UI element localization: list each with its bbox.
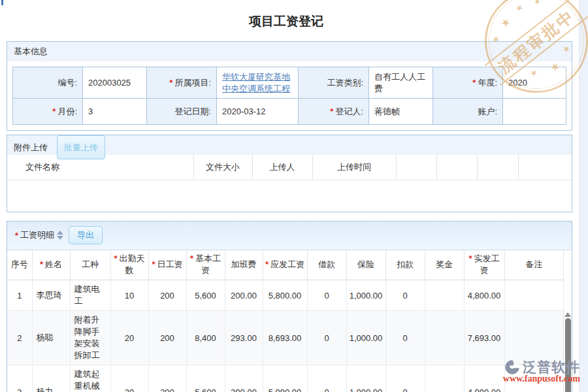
detail-cell xyxy=(504,365,564,392)
attachments-col-header-2: 文件大小 xyxy=(193,155,252,180)
detail-cell: 390.00 xyxy=(225,365,263,392)
detail-col-header-11: 扣款 xyxy=(385,250,425,280)
detail-col-header-14: 备注 xyxy=(504,250,564,280)
required-asterisk: * xyxy=(40,259,43,269)
attachments-col-header-4: 上传时间 xyxy=(312,155,396,180)
detail-cell: 李思琦 xyxy=(32,280,70,311)
attachments-title: 附件上传 xyxy=(14,142,48,152)
detail-cell: 1,000.00 xyxy=(346,311,385,365)
month-field: 3 xyxy=(83,99,147,125)
detail-col-header-4: *出勤天数 xyxy=(110,250,148,280)
detail-cell: 200 xyxy=(148,365,186,392)
detail-cell: 杨力 xyxy=(32,365,70,392)
page-scrollbar-track[interactable] xyxy=(579,0,588,392)
salary-type-field: 自有工人人工费 xyxy=(369,67,433,99)
required-asterisk: * xyxy=(152,259,155,269)
batch-upload-button[interactable]: 批量上传 xyxy=(57,135,105,159)
export-button[interactable]: 导出 xyxy=(69,226,103,244)
detail-cell: 0 xyxy=(307,311,346,365)
detail-cell: 杨聪 xyxy=(32,311,70,365)
detail-cell xyxy=(425,365,464,392)
detail-cell: 2 xyxy=(7,311,32,365)
detail-cell: 5,800.00 xyxy=(263,280,307,311)
detail-col-header-9: 借款 xyxy=(307,250,346,280)
detail-col-header-2: *姓名 xyxy=(32,250,70,280)
number-field: 202003025 xyxy=(83,67,147,99)
basic-info-title: 基本信息 xyxy=(7,42,572,61)
attachments-empty-area xyxy=(7,180,572,212)
detail-cell: 0 xyxy=(307,280,346,311)
scrollbar-thumb[interactable] xyxy=(565,318,571,392)
detail-cell: 7,693.00 xyxy=(464,311,504,365)
account-field xyxy=(503,99,566,125)
project-link[interactable]: 华软大厦研究基地中央空调系统工程 xyxy=(222,72,290,93)
required-asterisk: * xyxy=(190,253,193,263)
sort-spinner-icon[interactable] xyxy=(57,231,63,240)
detail-cell: 0 xyxy=(385,280,425,311)
table-row[interactable]: 1李思琦建筑电工102005,600200.005,800.0001,000.0… xyxy=(7,280,564,311)
detail-col-header-10: 保险 xyxy=(346,250,385,280)
page-title: 项目工资登记 xyxy=(0,13,572,30)
detail-cell: 4,990.00 xyxy=(464,365,504,392)
detail-col-header-13: *实发工资 xyxy=(464,250,504,280)
detail-cell: 5,600 xyxy=(186,365,225,392)
attachments-col-header-7 xyxy=(477,155,518,180)
detail-cell: 200 xyxy=(148,311,186,365)
detail-cell xyxy=(504,311,564,365)
required-asterisk: * xyxy=(472,78,476,88)
page: 项目工资登记 流程审批中 ★ ★ ★ ★ ★ ★ ★ 基本信息 编号:20200… xyxy=(0,0,588,392)
required-asterisk: * xyxy=(265,259,269,269)
account-field-label: 账户: xyxy=(433,99,503,125)
detail-cell: 0 xyxy=(307,365,346,392)
star-icon: ★ xyxy=(514,2,525,13)
detail-cell: 0 xyxy=(385,311,425,365)
table-row[interactable]: 2杨聪附着升降脚手架安装拆卸工202008,400293.008,693.000… xyxy=(7,311,564,365)
detail-cell: 10 xyxy=(110,280,148,311)
detail-cell: 1,000.00 xyxy=(346,280,385,311)
detail-cell: 8,400 xyxy=(186,311,225,365)
table-row[interactable]: 3杨力建筑起重机械安装拆卸工302005,600390.005,990.0001… xyxy=(7,365,564,392)
attachments-col-header-8 xyxy=(518,155,572,180)
table-scrollbar[interactable] xyxy=(563,310,572,392)
salary-detail-table: 序号*姓名工种*出勤天数*日工资*基本工资加班费*应发工资借款保险扣款奖金*实发… xyxy=(7,250,564,392)
salary-detail-panel: * 工资明细 导出 序号*姓名工种*出勤天数*日工资*基本工资加班费*应发工资借… xyxy=(7,221,572,392)
detail-cell xyxy=(504,280,564,311)
detail-cell: 293.00 xyxy=(225,311,263,365)
detail-cell: 附着升降脚手架安装拆卸工 xyxy=(70,311,110,365)
detail-col-header-5: *日工资 xyxy=(148,250,186,280)
detail-cell: 0 xyxy=(385,365,425,392)
detail-cell: 建筑电工 xyxy=(70,280,110,311)
required-asterisk: * xyxy=(468,253,472,263)
detail-col-header-3: 工种 xyxy=(70,250,110,280)
attachments-col-header-3: 上传人 xyxy=(252,155,312,180)
detail-cell: 200 xyxy=(148,280,186,311)
basic-info-panel: 基本信息 编号:202003025*所属项目:华软大厦研究基地中央空调系统工程工… xyxy=(7,41,572,131)
salary-detail-header: * 工资明细 导出 xyxy=(7,221,572,250)
detail-cell xyxy=(425,280,464,311)
month-field-label: *月份: xyxy=(13,99,83,125)
register-date-field-label: 登记日期: xyxy=(147,99,217,125)
year-field-label: *年度: xyxy=(433,67,503,99)
detail-col-header-7: 加班费 xyxy=(225,250,263,280)
detail-cell: 200.00 xyxy=(225,280,263,311)
required-asterisk: * xyxy=(114,253,117,263)
detail-cell: 30 xyxy=(110,365,148,392)
scroll-up-icon[interactable] xyxy=(564,312,571,317)
project-link-label: *所属项目: xyxy=(147,67,217,99)
attachments-col-header-6 xyxy=(436,155,477,180)
required-asterisk: * xyxy=(169,78,172,88)
detail-cell: 1 xyxy=(7,280,32,311)
registrant-field: 蒋德帧 xyxy=(369,99,433,125)
attachments-col-header-5 xyxy=(396,155,436,180)
attachments-panel: 附件上传 批量上传 文件名称文件大小上传人上传时间 xyxy=(7,135,572,212)
detail-cell: 5,600 xyxy=(186,280,225,311)
star-icon: ★ xyxy=(532,0,542,7)
project-link: 华软大厦研究基地中央空调系统工程 xyxy=(217,67,299,99)
detail-cell: 5,990.00 xyxy=(263,365,307,392)
detail-col-header-1: 序号 xyxy=(7,250,32,280)
detail-cell: 1,000.00 xyxy=(346,365,385,392)
detail-cell: 3 xyxy=(7,365,32,392)
detail-cell xyxy=(425,311,464,365)
register-date-field: 2020-03-12 xyxy=(217,99,299,125)
year-field: 2020 xyxy=(503,67,566,99)
